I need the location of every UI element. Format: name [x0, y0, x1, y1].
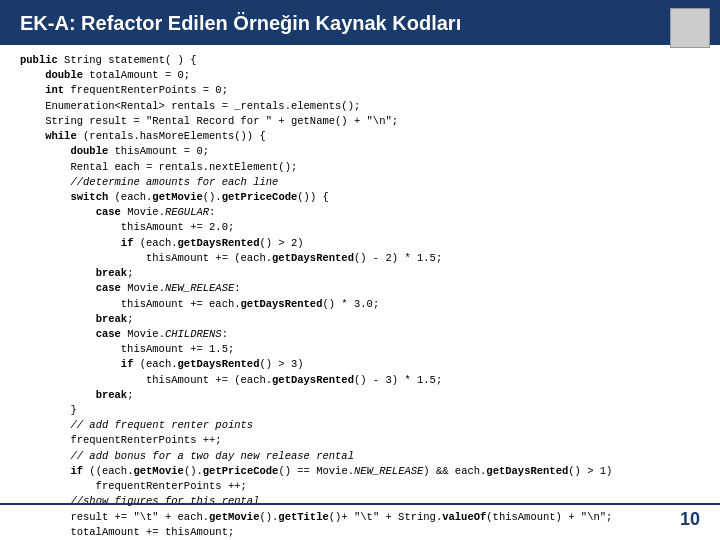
code-line-23: break; [20, 389, 133, 401]
logo-area [660, 0, 720, 55]
code-line-30: //show figures for this rental [20, 495, 259, 507]
code-line-28: if ((each.getMovie().getPriceCode() == M… [20, 465, 612, 477]
code-line-3: int frequentRenterPoints = 0; [20, 84, 228, 96]
code-line-31: result += "\t" + each.getMovie().getTitl… [20, 511, 612, 523]
code-line-12: thisAmount += 2.0; [20, 221, 234, 233]
slide: EK-A: Refactor Edilen Örneğin Kaynak Kod… [0, 0, 720, 540]
footer-line [0, 503, 720, 505]
code-line-24: } [20, 404, 77, 416]
code-line-15: break; [20, 267, 133, 279]
code-line-9: //determine amounts for each line [20, 176, 278, 188]
code-line-22: thisAmount += (each.getDaysRented() - 3)… [20, 374, 442, 386]
code-line-19: case Movie.CHILDRENS: [20, 328, 228, 340]
code-line-2: double totalAmount = 0; [20, 69, 190, 81]
code-line-27: // add bonus for a two day new release r… [20, 450, 354, 462]
code-line-10: switch (each.getMovie().getPriceCode()) … [20, 191, 329, 203]
slide-title: EK-A: Refactor Edilen Örneğin Kaynak Kod… [20, 12, 461, 35]
code-line-13: if (each.getDaysRented() > 2) [20, 237, 304, 249]
code-line-14: thisAmount += (each.getDaysRented() - 2)… [20, 252, 442, 264]
code-line-25: // add frequent renter points [20, 419, 253, 431]
code-line-1: public String statement( ) { [20, 54, 196, 66]
page-number: 10 [680, 509, 700, 530]
logo-box [670, 8, 710, 48]
code-line-20: thisAmount += 1.5; [20, 343, 234, 355]
code-line-21: if (each.getDaysRented() > 3) [20, 358, 304, 370]
code-line-17: thisAmount += each.getDaysRented() * 3.0… [20, 298, 379, 310]
code-block: public String statement( ) { double tota… [20, 53, 700, 540]
code-line-11: case Movie.REGULAR: [20, 206, 215, 218]
code-line-26: frequentRenterPoints ++; [20, 434, 222, 446]
code-line-5: String result = "Rental Record for " + g… [20, 115, 398, 127]
code-line-16: case Movie.NEW_RELEASE: [20, 282, 241, 294]
code-line-18: break; [20, 313, 133, 325]
code-line-4: Enumeration<Rental> rentals = _rentals.e… [20, 100, 360, 112]
code-line-6: while (rentals.hasMoreElements()) { [20, 130, 266, 142]
code-line-29: frequentRenterPoints ++; [20, 480, 247, 492]
slide-header: EK-A: Refactor Edilen Örneğin Kaynak Kod… [0, 0, 720, 45]
code-line-32: totalAmount += thisAmount; [20, 526, 234, 538]
code-content: public String statement( ) { double tota… [0, 45, 720, 540]
code-line-8: Rental each = rentals.nextElement(); [20, 161, 297, 173]
code-line-7: double thisAmount = 0; [20, 145, 209, 157]
